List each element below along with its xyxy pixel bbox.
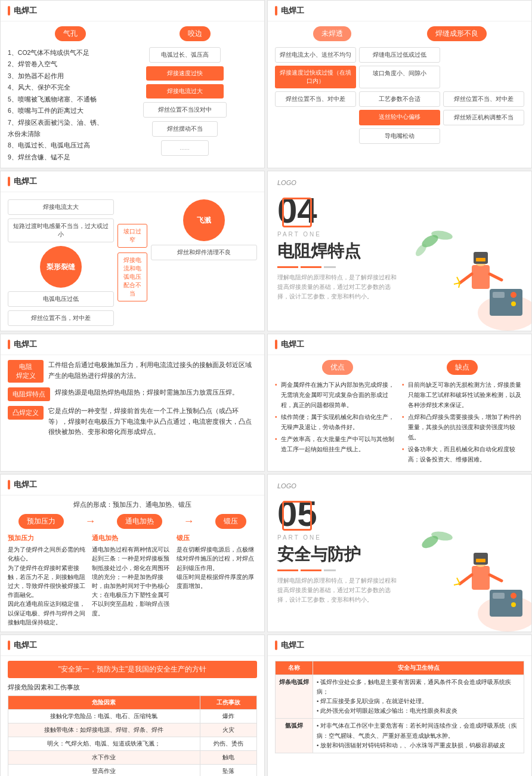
crack-cause-2: 短路过渡时电感量不当当，过大或过小 bbox=[8, 218, 114, 242]
panel9-title: 电焊工 bbox=[14, 640, 37, 651]
panel3-center: 坡口过窄 焊接电流和电弧电压配合不当 bbox=[117, 199, 147, 326]
safety-health-table: 名称 安全与卫生特点 焊条电弧焊 • 弧焊作业处众多，触电是主要有害因素，通风条… bbox=[275, 661, 524, 753]
def-row-1: 电阻 焊定义 工件组合后通过电极施加压力，利用电流流过接头的接触面及邻近区域产生… bbox=[8, 360, 257, 383]
sh-row-2: 氩弧焊 • 对非气体在工作区中主要危害有：若长时间连续作业，会造成呼吸系统（疾病… bbox=[276, 719, 524, 753]
sh-detail-2: • 对非气体在工作区中主要危害有：若长时间连续作业，会造成呼吸系统（疾病：空气腥… bbox=[313, 719, 524, 753]
safety-cell-4-2: 触电 bbox=[200, 750, 256, 764]
safety-cell-3-2: 灼伤、烫伤 bbox=[200, 737, 256, 750]
causes-list: 1、CO2气体不纯或供气不足 2、焊管卷入空气 3、加热器不起作用 4、风大、保… bbox=[8, 47, 106, 163]
weihantou-cause-9: 焊丝矫正机构调整不当 bbox=[443, 110, 524, 125]
header-bar bbox=[8, 6, 10, 16]
weihantou-spacer3 bbox=[275, 110, 356, 125]
svg-rect-7 bbox=[476, 258, 485, 261]
badge-yaobian: 咬边 bbox=[180, 26, 211, 41]
def-row-2: 电阻焊特点 焊接热源是电阻热焊热电阻热；焊接时需施加压力放震压压焊。 bbox=[8, 387, 257, 401]
svg-point-12 bbox=[511, 292, 516, 298]
cause-6: 6、喷嘴与工件的距离过大 bbox=[8, 105, 106, 116]
weihantou-cause-4: 坡口角度小、间隙小 bbox=[359, 66, 440, 88]
panel6-header: 电焊工 bbox=[268, 334, 531, 355]
panel4-num-wrap: 04 bbox=[277, 193, 522, 229]
panel5-title: 电焊工 bbox=[14, 339, 37, 350]
weihantou-spacer5 bbox=[443, 128, 524, 144]
badge-lixing: 梨形裂缝 bbox=[40, 246, 82, 288]
svg-line-8 bbox=[460, 274, 472, 283]
weihantou-cause-7: 焊丝位置不当、对中差 bbox=[443, 91, 524, 107]
def-label-3: 凸焊定义 bbox=[8, 406, 44, 420]
svg-rect-11 bbox=[493, 292, 505, 298]
cause-1: 1、CO2气体不纯或供气不足 bbox=[8, 47, 106, 58]
panel10-title: 电焊工 bbox=[281, 640, 304, 651]
panel2-title: 电焊工 bbox=[281, 5, 304, 16]
crack-cause-7: 焊丝和焊件清理不良 bbox=[151, 245, 257, 260]
panel3-left: 焊接电流太大 短路过渡时电感量不当当，过大或过小 梨形裂缝 电弧电压过低 焊丝位… bbox=[8, 199, 114, 326]
header-bar-6 bbox=[275, 340, 277, 349]
sh-detail-1: • 弧焊作业处众多，触电是主要有害因素，通风条件不良会造成呼吸系统疾病； • 焊… bbox=[313, 675, 524, 719]
panel-qikong-yaobian: 电焊工 气孔 咬边 1、CO2气体不纯或供气不足 2、焊管卷入空气 3、加热器不… bbox=[0, 0, 265, 168]
cause-box-3: 焊接电流过大 bbox=[146, 84, 224, 98]
badge-qikong: 气孔 bbox=[55, 26, 86, 41]
panel3-right: 飞溅 焊丝和焊件清理不良 bbox=[151, 199, 257, 326]
wp-col2-title: 通电加热 bbox=[92, 534, 172, 543]
header-bar-10 bbox=[275, 640, 277, 650]
weldpoint-top-text: 焊点的形成：预加压力、通电加热、锻压 bbox=[8, 500, 257, 509]
panel3-title: 电焊工 bbox=[14, 176, 37, 187]
weihantou-cause-5: 焊丝位置不当、对中差 bbox=[275, 91, 356, 107]
panel4-logo: LOGO bbox=[277, 179, 296, 186]
cause-3: 3、加热器不起作用 bbox=[8, 70, 106, 82]
header-bar-3 bbox=[8, 177, 10, 186]
panel5-header: 电焊工 bbox=[1, 334, 264, 355]
deco-line-1 bbox=[277, 266, 298, 268]
pro-3: •生产效率高，在大批量生产中可以与其他制造工序一起纳如组挂生产线上。 bbox=[275, 434, 397, 454]
wp-col2-text: 通电加热过程有两种情况可以起到三条：一种是对焊接板预制抵接处过小，熔化在周围环境… bbox=[92, 545, 172, 618]
num-container-8: 05 bbox=[277, 496, 317, 532]
row-5: 电焊工 "安全第一，预防为主"是我国的安全生产的方针 焊接危险因素和工伤事故 危… bbox=[0, 635, 532, 776]
panel2-content: 未焊透 焊缝成形不良 焊丝电流太小、送丝不均匀 焊缝电压过低或过低 焊接速度过快… bbox=[268, 21, 531, 149]
panel8-num-wrap: 05 bbox=[277, 496, 522, 532]
row-3: 电焊工 电阻 焊定义 工件组合后通过电极施加压力，利用电流流过接头的接触面及邻近… bbox=[0, 334, 532, 472]
panel-dianzu-def: 电焊工 电阻 焊定义 工件组合后通过电极施加压力，利用电流流过接头的接触面及邻近… bbox=[0, 334, 265, 472]
cause-2: 2、焊管卷入空气 bbox=[8, 58, 106, 70]
panel-pros-cons: 电焊工 优点 缺点 •两金属焊件在施力下从内部加热完成焊接，无需填充金属即可完成… bbox=[267, 334, 532, 472]
panel1-content: 气孔 咬边 1、CO2气体不纯或供气不足 2、焊管卷入空气 3、加热器不起作用 … bbox=[1, 21, 264, 168]
panel7-header: 电焊工 bbox=[1, 475, 264, 495]
panel-dianzuhan-deco: LOGO 04 PART ONE 电阻焊特点 理解电阻焊的原理和特点，是了解焊接… bbox=[267, 171, 532, 331]
safety-row-1: 接触化学危险品：电弧、电石、压缩纯氯 爆炸 bbox=[8, 709, 257, 723]
safety-cell-5-1: 登高作业 bbox=[8, 764, 200, 776]
panel8-logo: LOGO bbox=[277, 482, 296, 489]
weihantou-spacer4 bbox=[275, 128, 356, 144]
weihantou-cause-10: 导电嘴松动 bbox=[359, 128, 440, 144]
panel9-header: 电焊工 bbox=[1, 635, 264, 656]
svg-line-14 bbox=[457, 277, 460, 283]
wp-col1-text: 是为了使焊件之间所必需的纯化核心。为了使焊件在焊接时紧密接触，若压力不足，则接触… bbox=[8, 545, 88, 627]
deco-line-8-3 bbox=[324, 569, 336, 571]
safety-banner: "安全第一，预防为主"是我国的安全生产的方针 bbox=[8, 661, 257, 678]
con-1: •目前尚缺乏可靠的无损检测方法，焊接质量只能靠工艺试样和破坏性试验来检测，以及各… bbox=[402, 380, 524, 410]
pro-1: •两金属焊件在施力下从内部加热完成焊接，无需填充金属即可完成复杂合面的形成过程，… bbox=[275, 380, 397, 410]
svg-line-9 bbox=[490, 274, 502, 280]
def-label-1: 电阻 焊定义 bbox=[8, 360, 44, 383]
def-text-1: 工件组合后通过电极施加压力，利用电流流过接头的接触面及邻近区域产生的电阻热进行焊… bbox=[48, 360, 257, 381]
svg-rect-4 bbox=[472, 265, 490, 289]
badge-quedian: 缺点 bbox=[447, 360, 478, 375]
safety-row-2: 接触带电体：如焊接电源、焊钳、焊条、焊件 火灾 bbox=[8, 723, 257, 737]
svg-line-25 bbox=[490, 575, 502, 581]
panel9-content: "安全第一，预防为主"是我国的安全生产的方针 焊接危险因素和工伤事故 危险因素 … bbox=[1, 656, 264, 776]
sh-row-1: 焊条电弧焊 • 弧焊作业处众多，触电是主要有害因素，通风条件不良会造成呼吸系统疾… bbox=[276, 675, 524, 719]
svg-point-28 bbox=[511, 593, 516, 599]
row-4: 电焊工 焊点的形成：预加压力、通电加热、锻压 预加压力 → 通电加热 → 锻压 … bbox=[0, 474, 532, 632]
welder-illustration bbox=[412, 229, 531, 331]
safety-table: 危险因素 工伤事故 接触化学危险品：电弧、电石、压缩纯氯 爆炸 接触带电体：如焊… bbox=[8, 695, 257, 776]
panel-weihantou: 电焊工 未焊透 焊缝成形不良 焊丝电流太小、送丝不均匀 焊缝电压过低或过低 焊接… bbox=[267, 0, 532, 168]
weldpoint-col1: 预加压力 是为了使焊件之间所必需的纯化核心。为了使焊件在焊接时紧密接触，若压力不… bbox=[8, 534, 88, 627]
panel6-content: 优点 缺点 •两金属焊件在施力下从内部加热完成焊接，无需填充金属即可完成复杂合面… bbox=[268, 355, 531, 471]
def-text-2: 焊接热源是电阻热焊热电阻热；焊接时需施加压力放震压压焊。 bbox=[55, 387, 257, 398]
wp-col1-title: 预加压力 bbox=[8, 534, 88, 543]
panel2-grid: 焊丝电流太小、送丝不均匀 焊缝电压过低或过低 焊接速度过快或过慢（在填口内） 坡… bbox=[275, 47, 524, 144]
badge-youdian: 优点 bbox=[322, 360, 353, 375]
safety-cell-3-1: 明火：气焊火焰、电弧、短道或铁液飞溅； bbox=[8, 737, 200, 750]
welder-illustration-2 bbox=[412, 530, 531, 632]
safety-th-2: 工伤事故 bbox=[200, 695, 256, 709]
panel10-header: 电焊工 bbox=[268, 635, 531, 656]
safety-row-5: 登高作业 坠落 bbox=[8, 764, 257, 776]
safety-cell-5-2: 坠落 bbox=[200, 764, 256, 776]
